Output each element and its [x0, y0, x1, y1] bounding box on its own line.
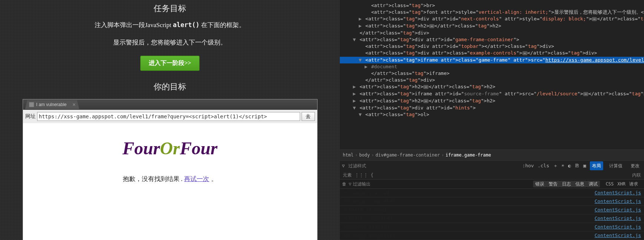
- dom-node[interactable]: </attr">class="tag">div>: [340, 30, 644, 36]
- retry-link[interactable]: 再试一次: [184, 175, 209, 183]
- source-link[interactable]: ContentScript.js: [595, 190, 641, 196]
- tab-changes[interactable]: 更改: [628, 161, 642, 170]
- log-filter-CSS[interactable]: CSS: [606, 181, 614, 187]
- page-icon: [29, 102, 34, 107]
- console-line: onChange startedContentScript.js: [340, 189, 644, 197]
- inline-label: 内联: [632, 172, 641, 178]
- fourohfour-logo: FourOrFour: [23, 138, 317, 158]
- dom-node[interactable]: <attr">class="tag">div attr">class="exam…: [340, 50, 644, 57]
- console-line: onChange startedContentScript.js: [340, 223, 644, 231]
- filter-icon[interactable]: ▽: [342, 162, 345, 169]
- dom-node[interactable]: ▶ <attr">class="tag">h2>⋯</attr">class="…: [340, 98, 644, 105]
- hov-toggle[interactable]: :hov: [522, 162, 534, 169]
- source-link[interactable]: ContentScript.js: [595, 232, 641, 239]
- dom-node[interactable]: ▶ <attr">class="tag">iframe attr">id="so…: [340, 91, 644, 98]
- styles-filter[interactable]: 过滤样式: [348, 162, 366, 169]
- breadcrumb-item[interactable]: html: [343, 152, 354, 158]
- source-link[interactable]: ContentScript.js: [595, 207, 641, 213]
- dom-node[interactable]: ▼ <attr">class="tag">iframe attr">class=…: [340, 57, 644, 63]
- dom-node[interactable]: <attr">class="tag">br>: [340, 2, 644, 9]
- console-line: onChange completedContentScript.js: [340, 197, 644, 206]
- console-line: onPaste startedContentScript.js: [340, 206, 644, 214]
- not-found-message: 抱歉，没有找到结果 . 再试一次 。: [23, 175, 317, 183]
- breadcrumb-item[interactable]: body: [359, 152, 370, 158]
- light-icon[interactable]: ☀: [562, 162, 565, 169]
- dom-node[interactable]: ▶ <attr">class="tag">h2>⋯</attr">class="…: [340, 83, 644, 91]
- filter-icon[interactable]: ▽: [349, 181, 351, 187]
- task-desc2: 显示警报后，您将能够进入下一个级别。: [113, 38, 227, 47]
- dark-icon[interactable]: ◐: [568, 162, 571, 169]
- close-icon[interactable]: ✕: [72, 102, 76, 107]
- plus-icon[interactable]: ＋: [553, 162, 558, 169]
- breadcrumb[interactable]: html›body›div#game-frame-container›ifram…: [340, 149, 644, 161]
- page-content: FourOrFour 抱歉，没有找到结果 . 再试一次 。: [23, 123, 317, 240]
- dom-node[interactable]: </attr">class="tag">div>: [340, 77, 644, 83]
- console-line: onChange completedContentScript.js: [340, 231, 644, 240]
- breadcrumb-item[interactable]: iframe.game-frame: [446, 152, 491, 158]
- tab-layout[interactable]: 布局: [590, 161, 603, 170]
- log-filter-请求[interactable]: 请求: [629, 181, 638, 187]
- dom-node[interactable]: ▶ #document: [340, 63, 644, 70]
- dom-node[interactable]: <attr">class="tag">div attr">id="topbar"…: [340, 43, 644, 50]
- source-link[interactable]: ContentScript.js: [595, 215, 641, 222]
- go-button[interactable]: 去: [302, 112, 315, 121]
- browser-tabbar: I am vulnerable ✕: [23, 99, 317, 110]
- dom-tree[interactable]: <attr">class="tag">br> <attr">class="tag…: [340, 0, 644, 149]
- dom-node[interactable]: ▼ <attr">class="tag">div attr">id="game-…: [340, 36, 644, 43]
- breadcrumb-item[interactable]: div#game-frame-container: [375, 152, 440, 158]
- log-level-信息[interactable]: 信息: [573, 181, 586, 187]
- console-line: onPaste completedContentScript.js: [340, 214, 644, 223]
- dom-node[interactable]: ▼ <attr">class="tag">ol>: [340, 111, 644, 118]
- dom-node[interactable]: <attr">class="tag">font attr">style="ver…: [340, 9, 644, 16]
- log-level-警告[interactable]: 警告: [546, 181, 560, 187]
- game-panel: 任务目标 注入脚本弹出一段JavaScript alert() 在下面的框架。 …: [0, 0, 340, 240]
- task-desc: 注入脚本弹出一段JavaScript alert() 在下面的框架。: [95, 21, 245, 29]
- console-panel: 🗑 ▽过滤输出 错误警告日志信息调试 CSSXHR请求 onChange sta…: [340, 180, 644, 240]
- devtools-panel: <attr">class="tag">br> <attr">class="tag…: [340, 0, 644, 240]
- next-level-button[interactable]: 进入下一阶段>>: [140, 56, 200, 71]
- console-filter[interactable]: 过滤输出: [353, 181, 371, 187]
- dom-node[interactable]: ▶ <attr">class="tag">h2>⋯</attr">class="…: [340, 23, 644, 30]
- url-label: 网址: [25, 113, 36, 120]
- source-link[interactable]: ContentScript.js: [595, 224, 641, 230]
- trash-icon[interactable]: 🗑: [342, 181, 346, 187]
- log-level-调试[interactable]: 调试: [586, 181, 600, 187]
- log-level-日志[interactable]: 日志: [560, 181, 573, 187]
- element-selector: 元素: [343, 172, 352, 178]
- url-input[interactable]: [37, 112, 300, 121]
- task-heading: 任务目标: [154, 3, 186, 14]
- styles-panel: ▽ 过滤样式 :hov .cls ＋ ☀ ◐ 🖹 ▣ 布局 计算值 更改 元素 …: [340, 161, 644, 180]
- dom-node[interactable]: ▼ <attr">class="tag">div attr">id="hints…: [340, 105, 644, 111]
- url-bar: 网址 去: [23, 110, 317, 123]
- dom-node[interactable]: </attr">class="tag">iframe>: [340, 70, 644, 77]
- log-level-错误[interactable]: 错误: [533, 181, 546, 187]
- target-heading: 你的目标: [154, 81, 186, 92]
- cls-toggle[interactable]: .cls: [538, 162, 549, 169]
- dom-node[interactable]: ▶ <attr">class="tag">div attr">id="next-…: [340, 16, 644, 23]
- panel-icon[interactable]: ▣: [583, 162, 586, 169]
- vulnerable-frame: I am vulnerable ✕ 网址 去 FourOrFour 抱歉，没有找…: [23, 99, 318, 240]
- browser-tab[interactable]: I am vulnerable ✕: [25, 100, 79, 109]
- log-filter-XHR[interactable]: XHR: [617, 181, 625, 187]
- source-link[interactable]: ContentScript.js: [595, 198, 641, 205]
- print-icon[interactable]: 🖹: [575, 162, 579, 169]
- tab-computed[interactable]: 计算值: [607, 161, 625, 170]
